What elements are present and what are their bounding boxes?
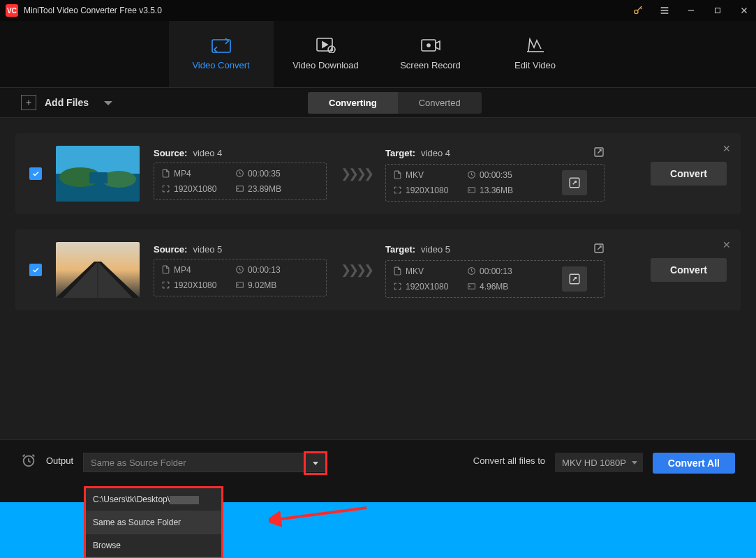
tab-converting[interactable]: Converting bbox=[308, 92, 398, 114]
dropdown-item-browse[interactable]: Browse bbox=[86, 534, 221, 557]
conversion-item: Source:video 4 MP4 00:00:35 1920X1080 23… bbox=[15, 133, 741, 214]
video-thumbnail bbox=[56, 146, 140, 202]
target-format: MKV bbox=[393, 170, 463, 180]
source-info: MP4 00:00:35 1920X1080 23.89MB bbox=[154, 163, 327, 200]
svg-point-21 bbox=[469, 190, 470, 190]
maximize-button[interactable] bbox=[711, 4, 724, 17]
svg-point-28 bbox=[237, 285, 238, 285]
output-label: Output bbox=[46, 455, 73, 466]
target-label: Target: bbox=[385, 148, 415, 158]
source-duration: 00:00:13 bbox=[235, 265, 319, 275]
target-block: Target:video 4 MKV 00:00:35 1920X1080 13… bbox=[385, 146, 605, 202]
app-title: MiniTool Video Converter Free v3.5.0 bbox=[24, 6, 162, 15]
target-format: MKV bbox=[393, 266, 463, 276]
target-resolution: 1920X1080 bbox=[393, 186, 463, 195]
tab-label: Screen Record bbox=[400, 60, 461, 70]
output-dropdown-button[interactable] bbox=[304, 451, 327, 475]
target-settings-button[interactable] bbox=[562, 266, 587, 292]
source-block: Source:video 4 MP4 00:00:35 1920X1080 23… bbox=[154, 148, 327, 200]
target-block: Target:video 5 MKV 00:00:13 1920X1080 4.… bbox=[385, 243, 605, 298]
target-format-select[interactable]: MKV HD 1080P bbox=[555, 453, 643, 472]
main-nav: Video Convert Video Download Screen Reco… bbox=[0, 21, 756, 87]
source-block: Source:video 5 MP4 00:00:13 1920X1080 9.… bbox=[154, 244, 327, 296]
source-format: MP4 bbox=[161, 265, 231, 275]
convert-all-button[interactable]: Convert All bbox=[653, 453, 735, 474]
titlebar: VC MiniTool Video Converter Free v3.5.0 bbox=[0, 0, 756, 21]
schedule-icon[interactable] bbox=[21, 453, 36, 472]
tab-edit-video[interactable]: Edit Video bbox=[483, 21, 588, 87]
source-name: video 5 bbox=[193, 244, 222, 255]
target-size: 13.36MB bbox=[467, 186, 558, 195]
video-thumbnail bbox=[56, 242, 140, 298]
plus-icon bbox=[21, 95, 36, 110]
svg-marker-4 bbox=[323, 42, 327, 47]
target-size: 4.96MB bbox=[467, 282, 558, 292]
tab-converted[interactable]: Converted bbox=[398, 92, 482, 114]
chevron-down-icon[interactable] bbox=[104, 97, 112, 108]
target-name: video 4 bbox=[421, 148, 450, 158]
item-checkbox[interactable] bbox=[29, 264, 42, 276]
minimize-button[interactable] bbox=[685, 4, 697, 17]
arrow-icon: ❯❯❯❯ bbox=[341, 262, 371, 278]
svg-rect-1 bbox=[716, 8, 720, 13]
target-format-value: MKV HD 1080P bbox=[562, 458, 626, 468]
chevron-down-icon bbox=[632, 461, 637, 465]
tab-screen-record[interactable]: Screen Record bbox=[378, 21, 483, 87]
svg-marker-8 bbox=[104, 101, 112, 105]
svg-point-33 bbox=[469, 286, 470, 287]
rename-icon[interactable] bbox=[593, 146, 605, 160]
target-settings-button[interactable] bbox=[562, 170, 587, 195]
convert-button[interactable]: Convert bbox=[651, 258, 727, 282]
svg-line-36 bbox=[276, 508, 366, 520]
output-dropdown-menu: C:\Users\tk\Desktop\ Same as Source Fold… bbox=[84, 486, 223, 558]
target-resolution: 1920X1080 bbox=[393, 282, 463, 292]
source-format: MP4 bbox=[161, 169, 231, 179]
arrow-icon: ❯❯❯❯ bbox=[341, 166, 371, 181]
item-checkbox[interactable] bbox=[29, 167, 42, 180]
close-button[interactable] bbox=[738, 4, 750, 17]
source-label: Source: bbox=[154, 244, 187, 255]
target-duration: 00:00:13 bbox=[467, 266, 558, 276]
rename-icon[interactable] bbox=[593, 243, 605, 256]
tab-video-convert[interactable]: Video Convert bbox=[169, 21, 274, 87]
convert-all-label: Convert all files to bbox=[473, 455, 545, 466]
source-duration: 00:00:35 bbox=[235, 169, 319, 179]
add-files-label: Add Files bbox=[45, 97, 89, 108]
chevron-down-icon bbox=[313, 462, 318, 465]
tab-video-download[interactable]: Video Download bbox=[274, 21, 378, 87]
remove-item-button[interactable]: ✕ bbox=[722, 143, 731, 154]
remove-item-button[interactable]: ✕ bbox=[722, 239, 731, 250]
app-logo: VC bbox=[6, 4, 18, 17]
menu-icon[interactable] bbox=[658, 4, 671, 17]
dropdown-item-same-folder[interactable]: Same as Source Folder bbox=[86, 511, 221, 534]
target-name: video 5 bbox=[421, 244, 450, 255]
target-label: Target: bbox=[385, 244, 415, 255]
add-files-button[interactable]: Add Files bbox=[21, 95, 112, 110]
list-tab-switch: Converting Converted bbox=[308, 92, 482, 114]
tab-label: Video Download bbox=[292, 60, 358, 70]
svg-rect-13 bbox=[89, 172, 108, 183]
output-folder-value: Same as Source Folder bbox=[91, 458, 186, 468]
conversion-item: Source:video 5 MP4 00:00:13 1920X1080 9.… bbox=[15, 229, 741, 310]
source-resolution: 1920X1080 bbox=[161, 184, 231, 194]
footer-bar: Output Same as Source Folder C:\Users\tk… bbox=[0, 439, 756, 502]
upgrade-key-icon[interactable] bbox=[632, 4, 644, 17]
annotation-arrow bbox=[269, 502, 380, 544]
svg-point-16 bbox=[237, 188, 238, 189]
svg-point-0 bbox=[635, 10, 638, 13]
output-folder-select[interactable]: Same as Source Folder C:\Users\tk\Deskto… bbox=[83, 453, 327, 472]
source-info: MP4 00:00:13 1920X1080 9.02MB bbox=[154, 259, 327, 296]
target-info: MKV 00:00:35 1920X1080 13.36MB bbox=[385, 164, 605, 202]
svg-point-7 bbox=[427, 44, 430, 47]
conversion-list: Source:video 4 MP4 00:00:35 1920X1080 23… bbox=[0, 118, 756, 439]
dropdown-item-recent-path[interactable]: C:\Users\tk\Desktop\ bbox=[86, 488, 221, 511]
target-duration: 00:00:35 bbox=[467, 170, 558, 180]
tab-label: Video Convert bbox=[192, 60, 249, 70]
toolbar: Add Files Converting Converted bbox=[0, 87, 756, 118]
convert-button[interactable]: Convert bbox=[651, 162, 727, 186]
source-label: Source: bbox=[154, 148, 187, 158]
source-name: video 4 bbox=[193, 148, 222, 158]
source-size: 9.02MB bbox=[235, 280, 319, 290]
source-size: 23.89MB bbox=[235, 184, 319, 194]
tab-label: Edit Video bbox=[514, 60, 556, 70]
